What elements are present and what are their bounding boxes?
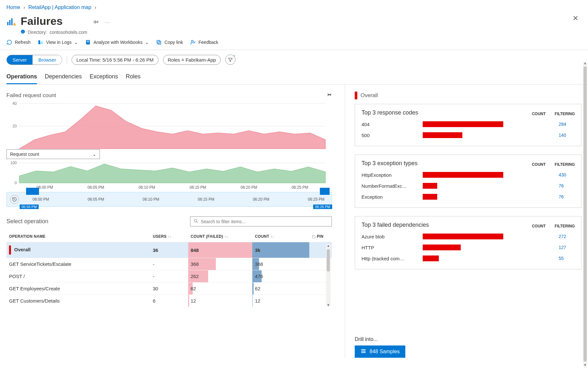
roles-filter-pill[interactable]: Roles = Fabrikam-App: [163, 55, 221, 65]
copy-link-button[interactable]: Copy link: [156, 39, 183, 45]
request-count-chart[interactable]: 010006:00 PM06:05 PM06:10 PM06:15 PM06:2…: [6, 161, 332, 190]
panel-count-link[interactable]: 272: [555, 234, 575, 239]
refresh-button[interactable]: Refresh: [6, 39, 31, 45]
timeline-ticks: 06:00 PM06:05 PM06:10 PM06:15 PM06:20 PM…: [7, 197, 332, 202]
segment-server[interactable]: Server: [7, 55, 33, 65]
directory-value: contosohotels.com: [50, 30, 87, 35]
scroll-up-icon[interactable]: ▲: [326, 244, 331, 247]
svg-rect-10: [87, 42, 89, 43]
table-row[interactable]: GET ServiceTickets/Escalate - 368 368: [6, 258, 332, 270]
panel-count-link[interactable]: 127: [555, 245, 575, 250]
tab-exceptions[interactable]: Exceptions: [90, 73, 118, 84]
breadcrumb-app[interactable]: RetailApp | Application map: [28, 5, 91, 10]
svg-point-13: [191, 40, 193, 42]
scroll-down-icon[interactable]: ▼: [583, 363, 587, 367]
scroll-thumb[interactable]: [583, 66, 587, 362]
operation-search-input[interactable]: [201, 219, 328, 224]
directory-label: Directory:: [28, 30, 47, 35]
table-scrollbar[interactable]: ▲ ▼: [326, 244, 331, 307]
pin-chart-icon[interactable]: [326, 92, 332, 99]
panel-row[interactable]: Azure blob 272: [361, 234, 575, 239]
panel-row[interactable]: HTTP 127: [361, 245, 575, 250]
svg-text:i: i: [23, 30, 23, 34]
col-users[interactable]: USERS↑↓: [150, 231, 188, 242]
drill-samples-button[interactable]: 848 Samples: [355, 345, 405, 358]
metric-selector[interactable]: Request count ⌄: [6, 149, 100, 159]
select-operation-title: Select operation: [6, 218, 48, 225]
panel-bar: [423, 194, 437, 200]
panel-count-link[interactable]: 430: [555, 172, 575, 177]
page-title: Failures: [21, 15, 87, 27]
table-row[interactable]: GET Customers/Details 6 12 12: [6, 295, 332, 307]
col-pin[interactable]: PIN: [309, 231, 332, 242]
panel-row[interactable]: HttpException 430: [361, 172, 575, 178]
overall-marker: [355, 92, 357, 99]
range-handle-right[interactable]: [320, 188, 330, 195]
search-icon: [194, 219, 198, 224]
page-header: Failures i Directory: contosohotels.com …: [0, 12, 588, 35]
breadcrumb-home[interactable]: Home: [6, 5, 20, 10]
segment-browser[interactable]: Browser: [33, 55, 62, 65]
chevron-down-icon: ⌄: [92, 152, 96, 157]
info-icon: i: [21, 29, 25, 35]
range-handle-left[interactable]: [26, 188, 39, 195]
table-row[interactable]: POST / - 262 476: [6, 270, 332, 283]
filter-row: Server Browser Local Time: 5/16 5:56 PM …: [0, 50, 588, 65]
scroll-down-icon[interactable]: ▼: [326, 303, 331, 307]
tab-operations[interactable]: Operations: [6, 73, 37, 84]
operation-search[interactable]: [190, 216, 332, 226]
copy-icon: [156, 39, 162, 45]
feedback-button[interactable]: Feedback: [190, 39, 218, 45]
panel-bar: [423, 255, 439, 261]
panel-row[interactable]: 404 284: [361, 121, 575, 127]
table-row[interactable]: GET Employees/Create 30 62 62: [6, 283, 332, 295]
failed-request-chart[interactable]: 2040: [6, 102, 332, 150]
operations-table: OPERATION NAME USERS↑↓ COUNT (FAILED)↑↓ …: [6, 231, 332, 307]
svg-rect-5: [38, 40, 40, 44]
range-start-label: 05:56 PM: [20, 205, 39, 209]
panel-row[interactable]: NumberFormatExc… 76: [361, 183, 575, 189]
view-logs-button[interactable]: View in Logs ⌄: [38, 39, 78, 45]
svg-rect-2: [11, 18, 13, 25]
time-range-slider[interactable]: 06:00 PM06:05 PM06:10 PM06:15 PM06:20 PM…: [6, 192, 332, 207]
svg-rect-11: [158, 41, 161, 44]
col-name[interactable]: OPERATION NAME: [6, 231, 150, 242]
panel-bar: [423, 132, 462, 138]
panel-count-link[interactable]: 284: [555, 122, 575, 127]
add-filter-button[interactable]: ＋: [225, 55, 236, 65]
summary-panel: Top 3 failed dependencies COUNTFILTERING…: [355, 216, 582, 269]
tab-roles[interactable]: Roles: [126, 73, 140, 84]
table-row[interactable]: Overall 36 848 3k: [6, 242, 332, 258]
more-icon[interactable]: ···: [105, 20, 111, 25]
panel-count-link[interactable]: 76: [555, 194, 575, 199]
panel-count-link[interactable]: 140: [555, 133, 575, 138]
feedback-icon: [190, 39, 196, 45]
panel-title: Top 3 failed dependencies: [361, 222, 429, 228]
tab-dependencies[interactable]: Dependencies: [45, 73, 82, 84]
pin-icon[interactable]: [93, 19, 99, 25]
close-icon[interactable]: ✕: [573, 14, 578, 23]
panel-bar: [423, 121, 503, 127]
panel-row[interactable]: 500 140: [361, 132, 575, 138]
scroll-up-icon[interactable]: ▲: [583, 61, 587, 65]
plus-icon: ＋: [233, 54, 236, 58]
chevron-down-icon: ⌄: [74, 40, 78, 45]
col-count[interactable]: COUNT↑↓: [252, 231, 309, 242]
funnel-icon: [228, 57, 233, 62]
col-failed[interactable]: COUNT (FAILED)↑↓: [188, 231, 253, 242]
panel-row[interactable]: Exception 76: [361, 194, 575, 200]
svg-rect-1: [9, 20, 11, 25]
panel-row[interactable]: Http (tracked com… 55: [361, 255, 575, 261]
analyze-workbooks-button[interactable]: Analyze with Workbooks ⌄: [85, 39, 149, 45]
scroll-thumb[interactable]: [327, 249, 330, 272]
panel-count-link[interactable]: 76: [555, 183, 575, 188]
time-range-pill[interactable]: Local Time: 5/16 5:56 PM - 6:26 PM: [72, 55, 158, 65]
panel-count-link[interactable]: 55: [555, 256, 575, 261]
chevron-right-icon: ›: [24, 5, 25, 10]
svg-rect-12: [157, 40, 160, 43]
page-scrollbar[interactable]: ▲ ▼: [583, 61, 587, 367]
panel-bar: [423, 183, 437, 189]
history-icon[interactable]: [10, 195, 19, 204]
server-browser-segment: Server Browser: [6, 55, 62, 65]
toolbar: Refresh View in Logs ⌄ Analyze with Work…: [0, 35, 588, 50]
